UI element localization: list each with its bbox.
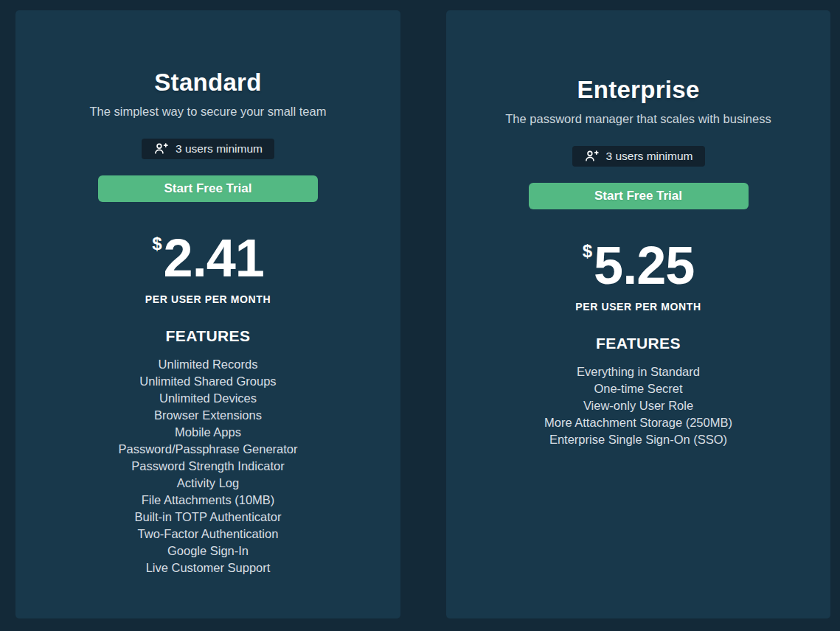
plan-title: Standard	[15, 68, 400, 97]
price-amount: 2.41	[164, 231, 264, 285]
feature-item: Google Sign-In	[15, 543, 400, 559]
user-plus-icon	[584, 149, 599, 164]
pricing-card-standard: Standard The simplest way to secure your…	[15, 10, 400, 618]
feature-item: Unlimited Devices	[15, 390, 400, 407]
features-heading: FEATURES	[446, 335, 830, 352]
feature-item: Activity Log	[15, 475, 400, 492]
price-currency: $	[583, 243, 592, 260]
start-free-trial-button[interactable]: Start Free Trial	[98, 175, 318, 202]
plan-title: Enterprise	[446, 75, 830, 105]
feature-item: Live Customer Support	[15, 559, 400, 576]
price-amount: 5.25	[594, 239, 694, 292]
feature-item: Password Strength Indicator	[15, 458, 400, 475]
feature-item: Built-in TOTP Authenticator	[15, 509, 400, 526]
users-minimum-badge: 3 users minimum	[142, 139, 274, 159]
users-minimum-label: 3 users minimum	[176, 142, 263, 156]
feature-item: Two-Factor Authentication	[15, 526, 400, 543]
start-free-trial-button[interactable]: Start Free Trial	[529, 183, 749, 209]
feature-item: Enterprise Single Sign-On (SSO)	[446, 431, 830, 448]
pricing-card-enterprise: Enterprise The password manager that sca…	[446, 10, 830, 618]
price-currency: $	[152, 235, 162, 253]
feature-item: Everything in Standard	[446, 363, 830, 380]
feature-item: View-only User Role	[446, 397, 830, 414]
feature-item: Unlimited Shared Groups	[15, 373, 400, 390]
feature-item: More Attachment Storage (250MB)	[446, 414, 830, 431]
users-minimum-label: 3 users minimum	[606, 150, 693, 163]
price-caption: PER USER PER MONTH	[15, 293, 400, 305]
plan-subtitle: The simplest way to secure your small te…	[15, 103, 400, 119]
price: $ 5.25	[446, 239, 830, 292]
pricing-page: { "colors": { "page_bg": "#132938", "car…	[0, 0, 840, 631]
feature-item: File Attachments (10MB)	[15, 492, 400, 509]
features-heading: FEATURES	[15, 327, 400, 345]
feature-item: Password/Passphrase Generator	[15, 441, 400, 458]
price-caption: PER USER PER MONTH	[446, 301, 830, 313]
plan-subtitle: The password manager that scales with bu…	[446, 111, 830, 127]
features-list: Unlimited RecordsUnlimited Shared Groups…	[15, 356, 400, 576]
features-list: Everything in StandardOne-time SecretVie…	[446, 363, 830, 448]
feature-item: One-time Secret	[446, 380, 830, 397]
feature-item: Browser Extensions	[15, 407, 400, 424]
feature-item: Unlimited Records	[15, 356, 400, 373]
users-minimum-badge: 3 users minimum	[572, 146, 705, 167]
price: $ 2.41	[15, 231, 400, 285]
user-plus-icon	[153, 142, 168, 156]
feature-item: Mobile Apps	[15, 424, 400, 441]
